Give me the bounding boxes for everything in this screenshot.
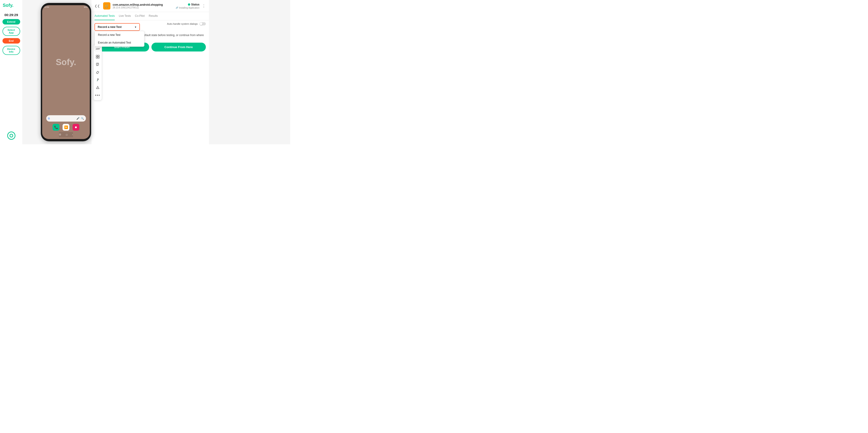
svg-rect-0	[96, 55, 97, 56]
side-toolbar: APP •••	[93, 44, 102, 100]
phone-sofy-logo: Sofy.	[56, 57, 76, 67]
record-icon: ⏺	[74, 126, 77, 129]
phone-screen[interactable]: 12:59 90% Sofy. G 🎤 🔍	[42, 5, 90, 139]
dropdown-menu: Record a new Test Execute an Automated T…	[95, 31, 145, 47]
toolbar-more-icon[interactable]: •••	[94, 92, 102, 99]
tab-live-tests[interactable]: Live Tests	[119, 12, 131, 20]
dropdown-option-execute[interactable]: Execute an Automated Test	[95, 39, 144, 47]
select-app-button[interactable]: Select App	[2, 27, 20, 36]
play-icon: ▶️	[64, 125, 68, 129]
toggle-row: Auto-handle system dialogs	[167, 22, 206, 25]
panel-more-button[interactable]: ⋮	[202, 3, 206, 8]
toolbar-pin-icon[interactable]	[94, 76, 102, 84]
status-sub-label: 🔗 Installing Application	[176, 7, 199, 9]
phone-time: 12:59	[44, 6, 49, 8]
sidebar: Sofy. 00:29:29 Extend Select App End Dev…	[0, 0, 23, 144]
svg-rect-3	[98, 57, 99, 58]
dropdown-selected-label: Record a new Test	[98, 25, 122, 29]
nav-menu-icon[interactable]: ⦿	[59, 133, 61, 136]
session-timer: 00:29:29	[4, 13, 18, 17]
toggle-knob	[200, 23, 203, 25]
phone-status-bar: 12:59 90%	[42, 5, 90, 9]
app-name: com.amazon.mShop.android.shopping	[113, 3, 174, 6]
auto-handle-toggle[interactable]	[199, 22, 206, 25]
record-indicator-container	[7, 132, 16, 140]
phone-frame: 12:59 90% Sofy. G 🎤 🔍	[41, 3, 91, 141]
phone-wrapper: 12:59 90% Sofy. G 🎤 🔍	[23, 0, 91, 144]
svg-rect-1	[98, 55, 99, 56]
test-type-dropdown[interactable]: Record a new Test ▼	[95, 23, 140, 31]
dropdown-wrapper: Record a new Test ▼ Record a new Test Ex…	[95, 23, 140, 31]
tab-automated-tests[interactable]: Automated Tests	[95, 12, 115, 20]
lens-icon: 🔍	[81, 117, 84, 120]
chevron-down-icon: ▼	[134, 26, 137, 28]
app-version: 28.13.6.100(1241275611)	[113, 6, 174, 9]
status-label: Status	[191, 3, 199, 6]
panel-top-row: Record a new Test ▼ Record a new Test Ex…	[95, 23, 206, 31]
svg-point-6	[97, 80, 97, 81]
app-icon-small: 🛒	[103, 2, 111, 9]
google-search-bar[interactable]: G 🎤 🔍	[46, 115, 86, 122]
status-indicator-dot	[188, 3, 190, 6]
play-store-icon[interactable]: ▶️	[63, 124, 69, 131]
phone-app-icon[interactable]: 📞	[53, 124, 59, 131]
phone-content: Sofy.	[42, 9, 90, 115]
end-button[interactable]: End	[2, 38, 20, 44]
toolbar-grid-icon[interactable]	[94, 53, 102, 60]
record-dot	[9, 134, 13, 138]
screen-record-icon[interactable]: ⏺	[72, 124, 79, 131]
toolbar-warning-icon[interactable]	[94, 84, 102, 91]
nav-back-icon[interactable]: ‹	[72, 133, 73, 136]
tab-copilot[interactable]: Co-Pilot	[135, 12, 145, 20]
status-section: Status 🔗 Installing Application	[176, 3, 199, 9]
record-indicator	[7, 132, 16, 140]
right-panel: ❮❮ 🛒 com.amazon.mShop.android.shopping 2…	[91, 0, 209, 144]
collapse-button[interactable]: ❮❮	[95, 4, 100, 8]
external-link-icon: 🔗	[176, 7, 178, 9]
mic-icon: 🎤	[76, 117, 80, 120]
phone-icon: 📞	[54, 125, 58, 129]
app-emoji-icon: 🛒	[105, 4, 109, 8]
sofy-logo: Sofy.	[2, 3, 13, 8]
app-label[interactable]: APP	[94, 47, 101, 51]
dropdown-option-record[interactable]: Record a new Test	[95, 31, 144, 39]
svg-rect-4	[96, 63, 99, 65]
svg-rect-2	[96, 57, 97, 58]
phone-bottom: G 🎤 🔍 📞 ▶️ ⏺	[42, 115, 90, 139]
tab-results[interactable]: Results	[149, 12, 158, 20]
app-info: com.amazon.mShop.android.shopping 28.13.…	[113, 3, 174, 9]
continue-from-here-button[interactable]: Continue From Here	[151, 42, 206, 52]
tabs-row: Automated Tests Live Tests Co-Pilot Resu…	[91, 12, 209, 21]
dock-row: 📞 ▶️ ⏺	[53, 124, 79, 131]
nav-home-icon[interactable]: ◻	[66, 133, 67, 136]
toolbar-edit-icon[interactable]	[94, 61, 102, 68]
panel-content: Record a new Test ▼ Record a new Test Ex…	[91, 21, 209, 54]
google-g-letter: G	[48, 117, 50, 120]
toggle-label: Auto-handle system dialogs	[167, 23, 198, 25]
phone-battery: 90%	[84, 6, 88, 8]
toolbar-eraser-icon[interactable]	[94, 68, 102, 76]
device-info-button[interactable]: Device Info	[2, 46, 20, 55]
extend-button[interactable]: Extend	[2, 19, 20, 25]
phone-nav-bar: ⦿ ◻ ‹	[59, 132, 73, 137]
main-area: 12:59 90% Sofy. G 🎤 🔍	[23, 0, 290, 144]
panel-header: ❮❮ 🛒 com.amazon.mShop.android.shopping 2…	[91, 0, 209, 12]
